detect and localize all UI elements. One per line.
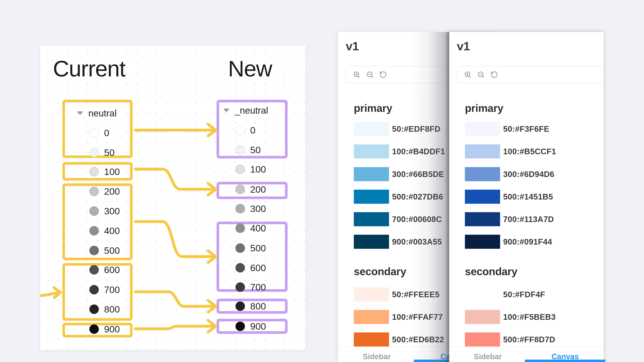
current-layer-header: neutral xyxy=(77,107,117,119)
shade-swatch xyxy=(89,187,99,196)
current-shade-row-200: 200 xyxy=(89,185,120,197)
section-title-secondary: secondary xyxy=(354,265,406,278)
zoom-out-button[interactable] xyxy=(477,71,485,79)
current-shade-row-700: 700 xyxy=(89,284,120,296)
shade-swatch xyxy=(89,305,99,314)
swatch-row: 900:#091F44 xyxy=(465,235,552,249)
shade-swatch xyxy=(236,223,245,233)
new-shade-row-200: 200 xyxy=(236,183,266,195)
swatch-row: 100:#F5BEB3 xyxy=(465,310,556,324)
color-swatch xyxy=(354,287,389,302)
shade-swatch xyxy=(89,265,99,275)
section-title-primary: primary xyxy=(354,102,392,114)
shade-swatch xyxy=(236,263,245,273)
canvas-toolbar xyxy=(457,66,604,83)
new-layer-name: _neutral xyxy=(235,105,268,116)
color-swatch xyxy=(354,310,389,324)
current-shade-row-800: 800 xyxy=(89,303,120,315)
swatch-row: 300:#6D94D6 xyxy=(465,167,554,181)
active-tab-indicator xyxy=(525,360,605,362)
new-column-title: New xyxy=(228,56,272,82)
shade-swatch xyxy=(89,167,99,176)
swatch-row: 500:#027DB6 xyxy=(354,190,443,204)
zoom-in-button[interactable] xyxy=(464,71,472,79)
new-shade-row-500: 500 xyxy=(236,242,266,254)
color-swatch xyxy=(465,212,500,226)
shade-swatch xyxy=(89,324,99,334)
new-shade-row-800: 800 xyxy=(236,300,266,312)
story-title: v1 xyxy=(346,39,359,53)
current-shade-row-600: 600 xyxy=(89,264,120,276)
color-swatch xyxy=(465,144,500,158)
color-swatch xyxy=(354,144,389,158)
shade-swatch xyxy=(89,226,99,236)
color-swatch xyxy=(465,333,500,347)
reset-zoom-button[interactable] xyxy=(379,71,387,79)
shade-swatch xyxy=(89,246,99,255)
arrow-100-to-200 xyxy=(135,169,216,195)
shade-swatch xyxy=(236,243,245,253)
current-shade-row-500: 500 xyxy=(89,244,120,256)
shade-swatch xyxy=(89,148,99,157)
shade-swatch xyxy=(236,302,245,311)
swatch-row: 100:#FFAF77 xyxy=(354,310,443,324)
color-swatch xyxy=(465,235,500,249)
color-swatch xyxy=(354,122,389,136)
swatch-row: 50:#FFEEE5 xyxy=(354,287,440,302)
story-title: v1 xyxy=(457,39,470,53)
swatch-row: 50:#FDF4F xyxy=(465,287,545,302)
shade-swatch xyxy=(236,145,245,155)
swatch-row: 50:#F3F6FE xyxy=(465,122,550,136)
new-shade-row-100: 100 xyxy=(236,163,266,175)
color-swatch xyxy=(354,235,389,249)
whiteboard-canvas: Current New neutral _neutral 0 50 100 20… xyxy=(40,46,306,350)
shade-swatch xyxy=(89,128,99,138)
arrow-900-to-900 xyxy=(135,320,216,332)
color-swatch xyxy=(354,190,389,204)
swatch-row: 900:#003A55 xyxy=(354,235,442,249)
current-shade-row-0: 0 xyxy=(89,127,109,139)
screenshot-root: Current New neutral _neutral 0 50 100 20… xyxy=(0,0,644,362)
color-swatch xyxy=(354,333,389,347)
swatch-row: 100:#B4DDF1 xyxy=(354,144,445,158)
arrow-neutral-to-neutral xyxy=(135,124,216,136)
new-shade-row-600: 600 xyxy=(236,262,266,274)
zoom-out-button[interactable] xyxy=(366,71,374,79)
current-shade-row-100: 100 xyxy=(89,166,120,178)
shade-swatch xyxy=(236,164,245,174)
color-swatch xyxy=(465,190,500,204)
new-shade-row-700: 700 xyxy=(236,281,266,293)
tab-sidebar[interactable]: Sidebar xyxy=(338,347,416,362)
swatch-row: 500:#FF8D7D xyxy=(465,333,555,347)
chevron-down-icon xyxy=(77,111,83,115)
swatch-row: 700:#00608C xyxy=(354,212,442,226)
zoom-in-button[interactable] xyxy=(352,71,361,79)
arrow-incoming-left xyxy=(41,288,60,298)
swatch-row: 100:#B5CCF1 xyxy=(465,144,556,158)
color-swatch-empty xyxy=(465,287,500,302)
tab-sidebar[interactable]: Sidebar xyxy=(449,347,526,362)
current-layer-name: neutral xyxy=(88,108,117,119)
new-shade-row-900: 900 xyxy=(236,320,266,332)
shade-swatch xyxy=(89,285,99,295)
color-swatch xyxy=(465,122,500,136)
shade-swatch xyxy=(236,204,245,213)
new-shade-row-400: 400 xyxy=(236,222,266,234)
shade-swatch xyxy=(236,125,245,135)
reset-zoom-button[interactable] xyxy=(490,71,498,79)
new-shade-row-0: 0 xyxy=(236,124,256,136)
shade-swatch xyxy=(236,282,245,292)
shade-swatch xyxy=(236,185,245,194)
swatch-row: 700:#113A7D xyxy=(465,212,554,226)
section-title-primary: primary xyxy=(465,102,503,114)
swatch-row: 500:#1451B5 xyxy=(465,190,553,204)
swatch-row: 50:#EDF8FD xyxy=(354,122,440,136)
color-swatch xyxy=(354,167,389,181)
preview-panel-2: v1 primary 50:#F3F6FE 100:#B5CCF1 300:#6… xyxy=(449,32,604,362)
shade-swatch xyxy=(89,206,99,216)
new-layer-header: _neutral xyxy=(224,104,268,116)
current-shade-row-50: 50 xyxy=(89,146,114,158)
current-shade-row-400: 400 xyxy=(89,225,120,237)
current-column-title: Current xyxy=(53,56,125,82)
chevron-down-icon xyxy=(224,109,230,112)
